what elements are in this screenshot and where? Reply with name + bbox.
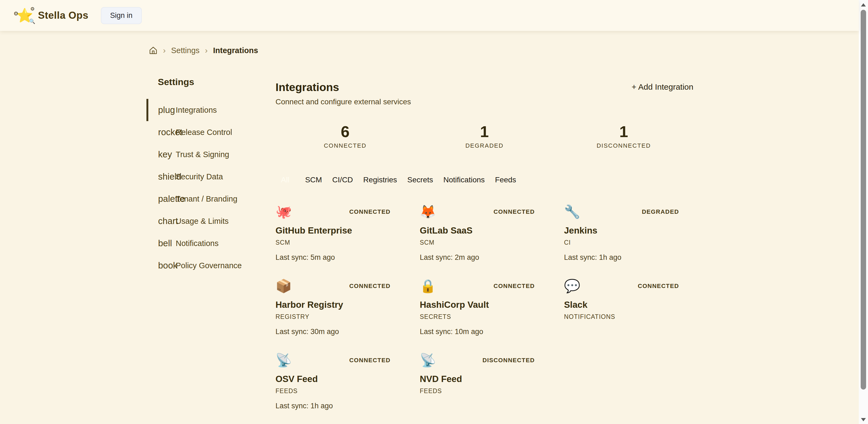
sidebar-item-label: Notifications bbox=[176, 239, 219, 248]
integration-card[interactable]: 🐙 CONNECTED GitHub Enterprise SCM Last s… bbox=[276, 204, 391, 262]
last-sync-text: Last sync: 1h ago bbox=[276, 402, 391, 410]
last-sync-text: Last sync: 10m ago bbox=[420, 328, 535, 336]
breadcrumb-settings-link[interactable]: Settings bbox=[171, 46, 199, 55]
integration-name: GitLab SaaS bbox=[420, 225, 535, 236]
integration-card[interactable]: 🔒 CONNECTED HashiCorp Vault SECRETS Last… bbox=[420, 278, 535, 336]
sidebar-item[interactable]: book Policy Governance bbox=[147, 254, 271, 276]
integration-type: FEEDS bbox=[420, 387, 535, 395]
category-tab[interactable]: SCM bbox=[305, 173, 322, 186]
sidebar-item-label: Usage & Limits bbox=[176, 217, 228, 226]
stat-value: 6 bbox=[276, 123, 415, 140]
integration-name: HashiCorp Vault bbox=[420, 300, 535, 310]
integration-card[interactable]: 📦 CONNECTED Harbor Registry REGISTRY Las… bbox=[276, 278, 391, 336]
last-sync-text: Last sync: 1h ago bbox=[564, 253, 679, 262]
category-tab[interactable]: All bbox=[276, 173, 295, 186]
card-top-row: 🦊 CONNECTED bbox=[420, 204, 535, 220]
integration-card[interactable]: 🦊 CONNECTED GitLab SaaS SCM Last sync: 2… bbox=[420, 204, 535, 262]
sidebar-item[interactable]: shield Security Data bbox=[147, 166, 271, 188]
stat-label: DISCONNECTED bbox=[554, 142, 693, 149]
speech-bubble-icon: 💬 bbox=[564, 278, 580, 294]
integration-cards: 🐙 CONNECTED GitHub Enterprise SCM Last s… bbox=[276, 204, 679, 410]
sidebar-item-label: Policy Governance bbox=[176, 261, 242, 270]
gear-icon: ⚙ bbox=[30, 6, 35, 12]
status-stat: 1 DISCONNECTED bbox=[554, 123, 693, 149]
status-stat: 1 DEGRADED bbox=[415, 123, 554, 149]
sidebar-item[interactable]: plug Integrations bbox=[147, 99, 271, 121]
breadcrumb-separator: › bbox=[205, 46, 208, 55]
card-top-row: 💬 CONNECTED bbox=[564, 278, 679, 294]
integration-type: SECRETS bbox=[420, 313, 535, 321]
integration-type: CI bbox=[564, 239, 679, 246]
sidebar-item-label: Integrations bbox=[176, 106, 217, 115]
home-icon[interactable] bbox=[149, 46, 158, 55]
package-icon: 📦 bbox=[276, 278, 292, 294]
integration-type: NOTIFICATIONS bbox=[564, 313, 679, 321]
stat-value: 1 bbox=[415, 123, 554, 140]
add-integration-button[interactable]: + Add Integration bbox=[631, 83, 693, 92]
stat-label: CONNECTED bbox=[276, 142, 415, 149]
scrollbar-thumb[interactable] bbox=[861, 10, 866, 390]
card-top-row: 📡 DISCONNECTED bbox=[420, 352, 535, 368]
magnifier-icon: 🔍 bbox=[29, 19, 35, 24]
integration-type: FEEDS bbox=[276, 387, 391, 395]
card-top-row: 🐙 CONNECTED bbox=[276, 204, 391, 220]
integration-card[interactable]: 🔧 DEGRADED Jenkins CI Last sync: 1h ago bbox=[564, 204, 679, 262]
scroll-up-arrow-icon[interactable] bbox=[861, 3, 866, 6]
integration-type: SCM bbox=[276, 239, 391, 246]
wrench-icon: 🔧 bbox=[564, 204, 580, 220]
status-summary: 6 CONNECTED 1 DEGRADED 1 DISCONNECTED bbox=[276, 123, 693, 149]
lock-icon: 🔒 bbox=[420, 278, 436, 294]
last-sync-text: Last sync: 5m ago bbox=[276, 253, 391, 262]
scroll-down-arrow-icon[interactable] bbox=[861, 418, 866, 421]
integration-type: SCM bbox=[420, 239, 535, 246]
integration-card[interactable]: 📡 DISCONNECTED NVD Feed FEEDS bbox=[420, 352, 535, 410]
satellite-icon: 📡 bbox=[420, 352, 436, 368]
page-subtitle: Connect and configure external services bbox=[276, 98, 693, 106]
key-icon: key bbox=[158, 149, 172, 160]
status-badge: CONNECTED bbox=[494, 208, 535, 216]
status-badge: DISCONNECTED bbox=[483, 357, 535, 364]
page-title: Integrations bbox=[276, 81, 693, 94]
satellite-icon: 📡 bbox=[276, 352, 292, 368]
status-stat: 6 CONNECTED bbox=[276, 123, 415, 149]
sidebar-item[interactable]: rocket Release Control bbox=[147, 121, 271, 143]
category-tabs: All SCM CI/CD Registries Secrets Notific… bbox=[276, 173, 516, 186]
scrollbar[interactable] bbox=[859, 0, 868, 424]
category-tab[interactable]: CI/CD bbox=[332, 173, 353, 186]
stat-value: 1 bbox=[554, 123, 693, 140]
sign-in-button[interactable]: Sign in bbox=[101, 7, 142, 24]
chart-icon: chart bbox=[158, 216, 178, 226]
sidebar-item[interactable]: palette Tenant / Branding bbox=[147, 188, 271, 210]
breadcrumb: › Settings › Integrations bbox=[149, 44, 258, 57]
octopus-icon: 🐙 bbox=[276, 204, 292, 220]
breadcrumb-current: Integrations bbox=[213, 46, 258, 55]
category-tab[interactable]: Registries bbox=[363, 173, 397, 186]
category-tab[interactable]: Feeds bbox=[495, 173, 516, 186]
stella-ops-logo[interactable]: ⚙ ⚙ ⭐ 🔍 bbox=[16, 6, 34, 24]
plug-icon: plug bbox=[158, 105, 175, 115]
stat-label: DEGRADED bbox=[415, 142, 554, 149]
integration-name: GitHub Enterprise bbox=[276, 225, 391, 236]
sidebar-item-label: Tenant / Branding bbox=[176, 195, 237, 203]
status-badge: CONNECTED bbox=[638, 283, 679, 290]
integration-type: REGISTRY bbox=[276, 313, 391, 321]
sidebar-title: Settings bbox=[158, 77, 194, 87]
integration-name: Slack bbox=[564, 300, 679, 310]
category-tab[interactable]: Secrets bbox=[407, 173, 433, 186]
settings-sidebar: plug Integrations rocket Release Control… bbox=[147, 99, 271, 276]
integration-name: OSV Feed bbox=[276, 374, 391, 384]
sidebar-item[interactable]: bell Notifications bbox=[147, 232, 271, 254]
category-tab[interactable]: Notifications bbox=[443, 173, 485, 186]
integration-card[interactable]: 💬 CONNECTED Slack NOTIFICATIONS bbox=[564, 278, 679, 336]
card-top-row: 🔧 DEGRADED bbox=[564, 204, 679, 220]
card-top-row: 🔒 CONNECTED bbox=[420, 278, 535, 294]
sidebar-item[interactable]: key Trust & Signing bbox=[147, 143, 271, 166]
fox-icon: 🦊 bbox=[420, 204, 436, 220]
integration-name: Harbor Registry bbox=[276, 300, 391, 310]
bell-icon: bell bbox=[158, 238, 172, 249]
sidebar-item[interactable]: chart Usage & Limits bbox=[147, 210, 271, 232]
integration-card[interactable]: 📡 CONNECTED OSV Feed FEEDS Last sync: 1h… bbox=[276, 352, 391, 410]
brand-title: Stella Ops bbox=[38, 10, 88, 21]
sidebar-item-label: Security Data bbox=[176, 172, 223, 181]
gear-icon: ⚙ bbox=[13, 10, 19, 17]
